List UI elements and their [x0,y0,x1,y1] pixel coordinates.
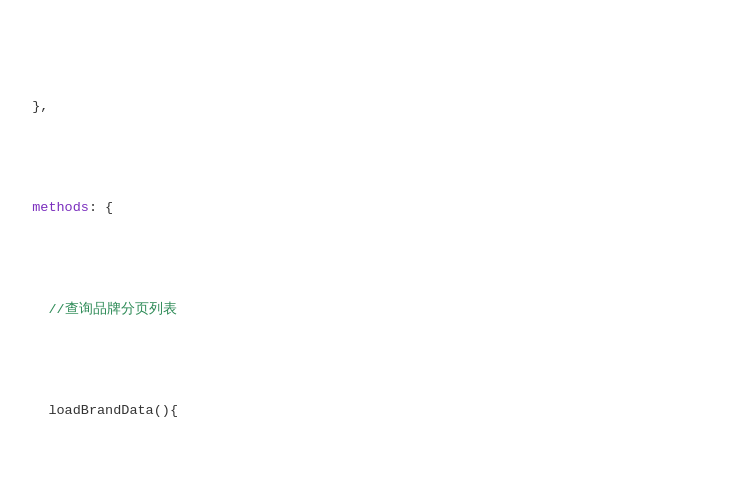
code-text: //查询品牌分页列表 [16,300,177,320]
code-text: methods [16,198,89,218]
line-3: //查询品牌分页列表 [0,300,750,320]
line-1: }, [0,97,750,117]
line-2: methods: { [0,198,750,218]
code-text: }, [16,97,48,117]
code-text [16,401,48,421]
line-4: loadBrandData(){ [0,401,750,421]
code-container: }, methods: { //查询品牌分页列表 loadBrandData()… [0,0,750,502]
code-block: }, methods: { //查询品牌分页列表 loadBrandData()… [0,10,750,502]
